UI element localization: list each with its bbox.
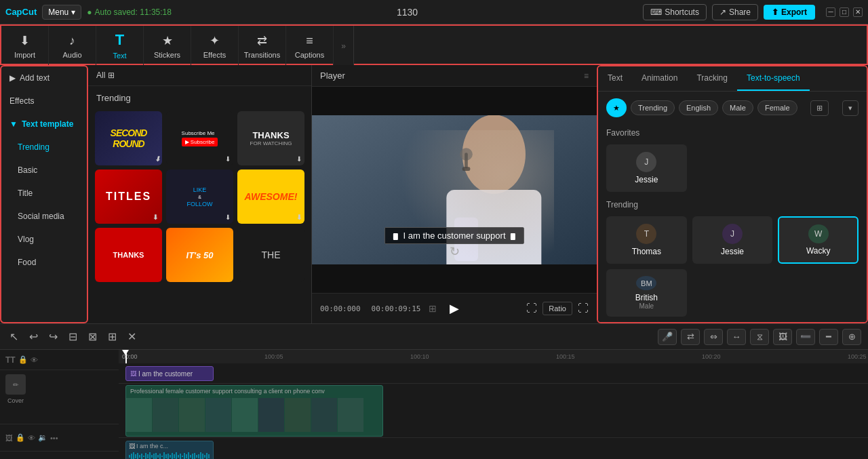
maximize-button[interactable]: □	[840, 7, 849, 17]
split-button[interactable]: ⊟	[66, 329, 80, 344]
player-menu-icon[interactable]: ≡	[584, 71, 589, 81]
food-label: Food	[9, 258, 36, 267]
align-right-button[interactable]: ⊞	[105, 329, 119, 344]
sidebar-item-social-media[interactable]: Social media	[1, 205, 87, 228]
thumb-7	[285, 398, 311, 432]
delete-button[interactable]: ✕	[125, 329, 139, 344]
voice-card-jessie-fav[interactable]: J Jessie	[606, 144, 687, 192]
text-template-label: Text template	[22, 119, 73, 129]
english-filter-button[interactable]: English	[679, 100, 718, 115]
all-filter-button[interactable]: All ⊞	[96, 71, 115, 80]
sidebar-item-effects[interactable]: Effects	[1, 89, 87, 113]
trending-section-label: Trending	[88, 86, 311, 107]
template-thanks[interactable]: THANKS FOR WATCHING ⬇	[237, 111, 304, 165]
thumb-8	[311, 398, 337, 432]
voice-card-british-male[interactable]: BM British Male	[606, 269, 687, 317]
audio-track-volume-icon[interactable]: 🔉	[38, 433, 47, 442]
zoom-out-button[interactable]: ➖	[796, 329, 815, 345]
align-left-button[interactable]: ⊠	[85, 329, 100, 344]
add-track-button[interactable]: ⊕	[842, 329, 861, 345]
player-overlay-text[interactable]: I am the customer support	[384, 227, 524, 244]
fullscreen-icon[interactable]: ⛶	[578, 302, 589, 315]
tool-text[interactable]: T Text	[96, 26, 144, 66]
tool-transitions[interactable]: ⇄ Transitions	[239, 26, 286, 66]
tool-audio[interactable]: ♪ Audio	[49, 26, 96, 66]
tool-stickers[interactable]: ★ Stickers	[144, 26, 191, 66]
template-awesome[interactable]: AWESOME! ⬇	[237, 169, 304, 224]
close-button[interactable]: ✕	[853, 7, 863, 17]
stretch-button[interactable]: ↔	[727, 329, 746, 345]
image-button[interactable]: 🖼	[773, 329, 792, 345]
sidebar-item-basic[interactable]: Basic	[1, 159, 87, 182]
rotate-control[interactable]: ↻	[450, 244, 460, 259]
audio-clip[interactable]: 🖼 I am the c...	[125, 441, 214, 459]
download-icon[interactable]: ⬇	[296, 155, 302, 163]
sidebar-item-title[interactable]: Title	[1, 182, 87, 205]
male-filter-button[interactable]: Male	[722, 100, 753, 115]
fullscreen-expand-icon[interactable]: ⛶	[526, 302, 537, 315]
text-clip[interactable]: 🖼 I am the customer	[125, 366, 214, 381]
template-like-follow[interactable]: LIKE & FOLLOW ⬇	[166, 169, 233, 224]
tab-animation[interactable]: Animation	[632, 66, 687, 91]
shortcuts-button[interactable]: ⌨ Shortcuts	[643, 4, 707, 20]
timeline-scroll-area[interactable]: 00:00 100:05 100:10 100:15 100:20 100:25…	[119, 350, 868, 459]
text-track-lock-icon[interactable]: 🔒	[18, 355, 28, 364]
cover-button[interactable]: ✏	[5, 374, 26, 395]
tool-effects[interactable]: ✦ Effects	[191, 26, 239, 66]
trending-filter-button[interactable]: Trending	[631, 100, 675, 115]
voice-card-wacky[interactable]: W Wacky	[778, 216, 859, 264]
template-subscribe[interactable]: Subscribe Me ▶ Subscribe ⬇	[166, 111, 233, 165]
audio-track-more-icon[interactable]: •••	[50, 434, 58, 442]
svg-rect-17	[147, 454, 149, 458]
favorites-filter-button[interactable]: ★	[606, 98, 627, 117]
template-thanks2[interactable]: THANKS	[95, 228, 162, 282]
menu-button[interactable]: Menu ▾	[42, 5, 81, 20]
svg-rect-37	[188, 452, 189, 459]
ruler-mark-5: 100:25	[848, 353, 867, 360]
sidebar-item-text-template[interactable]: ▼ Text template	[1, 113, 87, 136]
timeline-grid-icon[interactable]: ⊞	[429, 303, 437, 314]
zoom-slider-button[interactable]: ━	[819, 329, 838, 345]
toolbar-expand[interactable]: »	[334, 26, 354, 66]
redo-button[interactable]: ↪	[46, 329, 60, 344]
text-track-eye-icon[interactable]: 👁	[31, 356, 38, 364]
download-icon[interactable]: ⬇	[153, 214, 159, 221]
minimize-button[interactable]: ─	[826, 7, 835, 17]
play-button[interactable]: ▶	[445, 299, 464, 318]
sidebar-item-vlog[interactable]: Vlog	[1, 228, 87, 251]
video-clip[interactable]: Professional female customer support con…	[125, 385, 383, 437]
template-the[interactable]: THE	[237, 228, 304, 282]
audio-track-eye-icon[interactable]: 👁	[28, 434, 35, 442]
sort-filter-button[interactable]: ⊞	[810, 100, 829, 116]
expand-filter-button[interactable]: ▾	[842, 100, 859, 116]
tab-text-to-speech[interactable]: Text-to-speech	[737, 66, 810, 91]
export-button[interactable]: ⬆ Export	[764, 5, 815, 20]
tab-text[interactable]: Text	[598, 66, 632, 91]
sidebar-item-trending[interactable]: Trending	[1, 136, 87, 159]
link-clips-button[interactable]: ⇄	[681, 329, 700, 345]
template-titles[interactable]: TITLES ⬇	[95, 169, 162, 224]
voice-card-thomas[interactable]: T Thomas	[606, 216, 687, 264]
female-filter-button[interactable]: Female	[757, 100, 797, 115]
download-icon[interactable]: ⬇	[155, 155, 159, 163]
sidebar-item-food[interactable]: Food	[1, 251, 87, 274]
tool-captions[interactable]: ≡ Captions	[286, 26, 334, 66]
download-icon[interactable]: ⬇	[225, 214, 231, 221]
share-button[interactable]: ↗ Share	[712, 4, 758, 20]
sync-button[interactable]: ⇔	[704, 329, 723, 345]
template-its50[interactable]: IT's 50	[166, 228, 233, 282]
sidebar-item-add-text[interactable]: ▶ Add text	[1, 66, 87, 89]
download-icon[interactable]: ⬇	[225, 155, 231, 163]
download-icon[interactable]: ⬇	[296, 214, 302, 221]
mic-button[interactable]: 🎤	[658, 329, 677, 345]
tab-text-label: Text	[608, 73, 623, 83]
template-second-round[interactable]: SECONDROUND ⬇	[95, 111, 162, 165]
undo-button[interactable]: ↩	[26, 329, 41, 344]
voice-card-jessie[interactable]: J Jessie	[692, 216, 773, 264]
ratio-button[interactable]: Ratio	[542, 302, 572, 315]
audio-track-lock-icon[interactable]: 🔒	[16, 433, 25, 442]
cursor-tool-button[interactable]: ↖	[7, 329, 21, 344]
tab-tracking[interactable]: Tracking	[687, 66, 737, 91]
speed-button[interactable]: ⧖	[750, 329, 769, 345]
tool-import[interactable]: ⬇ Import	[1, 26, 49, 66]
